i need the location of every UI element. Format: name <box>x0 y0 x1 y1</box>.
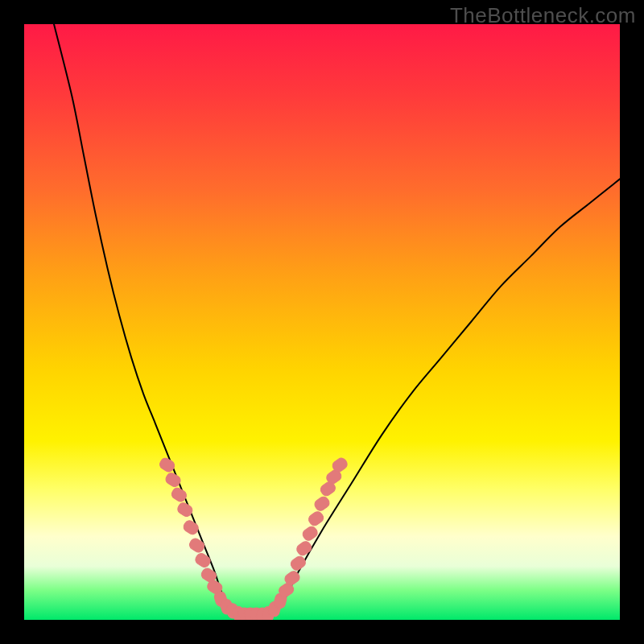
chart-svg <box>24 24 620 620</box>
series-right-curve <box>275 179 620 613</box>
chart-frame: TheBottleneck.com <box>0 0 644 644</box>
marker-bead <box>295 539 313 557</box>
marker-bead <box>194 551 213 568</box>
marker-layer <box>158 456 349 620</box>
marker-bead <box>307 510 325 527</box>
marker-bead <box>182 519 200 536</box>
plot-area <box>24 24 620 620</box>
marker-bead <box>188 537 206 554</box>
curve-layer <box>54 24 620 617</box>
marker-bead <box>313 495 332 513</box>
marker-bead <box>289 555 308 572</box>
series-left-curve <box>54 24 233 614</box>
